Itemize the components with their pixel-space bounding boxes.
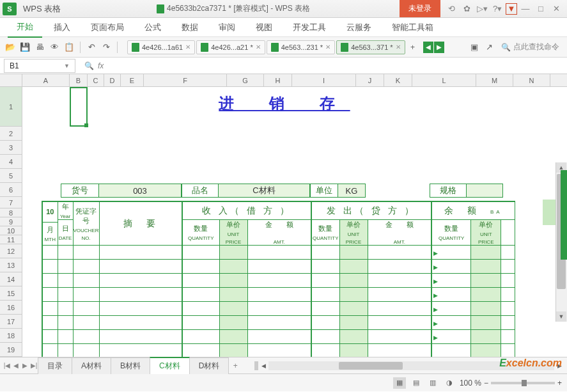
tab-next-button[interactable]: ▶ (434, 42, 444, 53)
value-guige[interactable] (466, 184, 503, 198)
table-cell[interactable] (58, 344, 73, 357)
table-cell[interactable] (339, 330, 368, 344)
table-cell[interactable] (368, 330, 431, 344)
table-cell[interactable] (431, 344, 471, 357)
table-cell[interactable] (311, 344, 339, 357)
table-cell[interactable] (501, 260, 515, 274)
row-header[interactable]: 5 (0, 169, 22, 183)
col-header[interactable]: A (22, 74, 70, 86)
col-header[interactable]: H (264, 74, 292, 86)
scroll-down-button[interactable]: ▼ (556, 311, 566, 322)
table-cell[interactable] (58, 288, 73, 302)
table-cell[interactable] (311, 302, 339, 316)
login-button[interactable]: 未登录 (400, 0, 440, 17)
table-cell[interactable] (368, 246, 431, 260)
table-cell[interactable] (58, 246, 73, 260)
table-cell[interactable]: ▶ (431, 246, 471, 260)
table-cell[interactable] (339, 246, 368, 260)
zoom-slider[interactable] (491, 382, 555, 384)
table-cell[interactable] (501, 344, 515, 357)
table-cell[interactable] (42, 246, 58, 260)
table-cell[interactable] (182, 274, 219, 288)
table-cell[interactable] (73, 316, 99, 330)
row-header[interactable]: 18 (0, 329, 22, 343)
table-cell[interactable] (42, 330, 58, 344)
table-cell[interactable] (247, 302, 311, 316)
table-cell[interactable] (501, 288, 515, 302)
add-tab-button[interactable]: + (407, 41, 419, 54)
tab-prev-button[interactable]: ◀ (423, 42, 433, 53)
table-cell[interactable] (219, 302, 247, 316)
print-icon[interactable]: 🖶 (33, 41, 46, 54)
col-header[interactable]: N (513, 74, 550, 86)
col-header[interactable]: B (70, 74, 88, 86)
col-header[interactable]: M (476, 74, 513, 86)
command-search[interactable]: 🔍 点此查找命令 (497, 42, 563, 52)
value-pinming[interactable]: C材料 (218, 184, 310, 198)
table-cell[interactable] (501, 274, 515, 288)
scroll-left-button[interactable]: ◀ (258, 361, 268, 371)
zoom-out-button[interactable]: − (484, 379, 488, 388)
table-cell[interactable] (99, 330, 182, 344)
menu-view[interactable]: 视图 (247, 18, 281, 37)
row-header[interactable]: 9 (0, 217, 22, 226)
undo-icon[interactable]: ↶ (85, 41, 98, 54)
table-cell[interactable] (501, 302, 515, 316)
select-all-corner[interactable] (0, 74, 22, 86)
menu-tools[interactable]: 智能工具箱 (383, 18, 442, 37)
table-cell[interactable] (73, 330, 99, 344)
table-cell[interactable] (73, 302, 99, 316)
table-cell[interactable] (73, 288, 99, 302)
table-cell[interactable] (247, 330, 311, 344)
close-icon[interactable]: ✕ (325, 43, 330, 51)
table-cell[interactable] (42, 288, 58, 302)
sheet-tab-c[interactable]: C材料 (150, 357, 190, 374)
row-header[interactable]: 10 (0, 226, 22, 235)
view-normal-button[interactable]: ▦ (393, 377, 406, 389)
value-danwei[interactable]: KG (338, 184, 366, 198)
view-page-button[interactable]: ▥ (426, 377, 439, 389)
close-icon[interactable]: ✕ (256, 43, 261, 51)
table-cell[interactable] (182, 246, 219, 260)
menu-formula[interactable]: 公式 (136, 18, 170, 37)
table-cell[interactable] (311, 246, 339, 260)
table-cell[interactable] (99, 274, 182, 288)
view-layout-button[interactable]: ▤ (410, 377, 423, 389)
sheet-prev-button[interactable]: ◀ (12, 361, 20, 370)
scroll-thumb[interactable] (339, 362, 403, 370)
table-cell[interactable]: ▶ (431, 316, 471, 330)
value-huohao[interactable]: 003 (98, 184, 182, 198)
col-header[interactable]: D (104, 74, 121, 86)
search-icon[interactable]: 🔍 (84, 61, 94, 70)
table-cell[interactable] (99, 246, 182, 260)
table-cell[interactable] (182, 344, 219, 357)
col-header[interactable]: G (227, 74, 264, 86)
table-cell[interactable] (471, 302, 501, 316)
row-header[interactable]: 8 (0, 208, 22, 217)
row-header[interactable]: 12 (0, 244, 22, 258)
table-cell[interactable] (471, 316, 501, 330)
fx-label[interactable]: fx (98, 61, 104, 70)
window-icon[interactable]: ▣ (468, 41, 481, 54)
table-cell[interactable] (247, 274, 311, 288)
preview-icon[interactable]: 👁 (48, 41, 61, 54)
col-header[interactable]: E (121, 74, 144, 86)
table-cell[interactable] (368, 274, 431, 288)
table-cell[interactable] (339, 302, 368, 316)
table-cell[interactable] (58, 274, 73, 288)
table-cell[interactable] (247, 288, 311, 302)
table-cell[interactable] (219, 288, 247, 302)
table-cell[interactable] (368, 288, 431, 302)
table-cell[interactable] (182, 302, 219, 316)
table-cell[interactable] (219, 260, 247, 274)
col-header[interactable]: L (412, 74, 476, 86)
zoom-thumb[interactable] (522, 380, 527, 386)
row-header[interactable]: 17 (0, 315, 22, 329)
table-cell[interactable] (219, 330, 247, 344)
table-cell[interactable] (58, 302, 73, 316)
row-header[interactable]: 11 (0, 235, 22, 244)
sync-icon[interactable]: ⟲ (444, 2, 458, 16)
table-cell[interactable] (182, 260, 219, 274)
menu-layout[interactable]: 页面布局 (82, 18, 133, 37)
sheet-tab-a[interactable]: A材料 (72, 357, 111, 374)
